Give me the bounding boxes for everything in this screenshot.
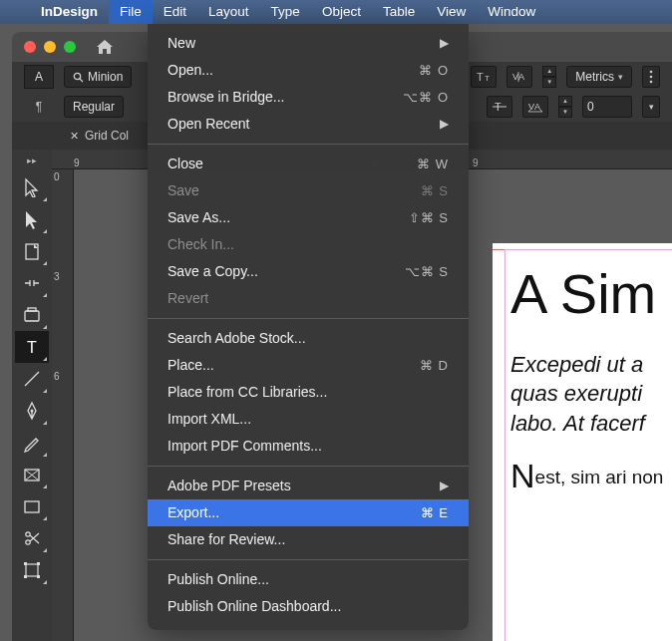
menubar-item-file[interactable]: File [109, 0, 153, 24]
svg-text:T: T [27, 339, 37, 356]
menu-item-save: Save⌘ S [148, 177, 469, 204]
scissors-tool-icon[interactable] [15, 522, 49, 554]
menu-item-label: Open Recent [168, 111, 440, 138]
svg-line-1 [80, 79, 83, 82]
tools-panel: ▸▸ T [12, 150, 52, 641]
document-tab[interactable]: ✕ Grid Col [70, 129, 129, 143]
menu-separator [148, 559, 469, 560]
menu-item-export[interactable]: Export...⌘ E [148, 499, 469, 526]
rectangle-frame-tool-icon[interactable] [15, 459, 49, 490]
svg-point-8 [650, 76, 653, 79]
font-style-value: Regular [73, 100, 115, 114]
menu-separator [148, 466, 469, 467]
menu-item-new[interactable]: New▶ [148, 30, 469, 57]
selection-tool-icon[interactable] [15, 171, 49, 203]
menu-item-place-from-cc-libraries[interactable]: Place from CC Libraries... [148, 379, 469, 406]
submenu-arrow-icon: ▶ [440, 30, 449, 57]
menubar-item-type[interactable]: Type [260, 0, 311, 24]
svg-text:T: T [485, 74, 490, 83]
dropdown-chevron-icon[interactable]: ▾ [642, 96, 660, 118]
window-zoom-button[interactable] [64, 41, 76, 53]
menu-item-import-pdf-comments[interactable]: Import PDF Comments... [148, 433, 469, 460]
menu-item-label: Save a Copy... [168, 258, 405, 285]
menu-item-label: Place from CC Libraries... [168, 379, 449, 406]
tracking-icon[interactable]: VA [522, 96, 548, 118]
font-family-dropdown[interactable]: Minion [64, 66, 132, 88]
menu-shortcut: ⌘ W [417, 151, 449, 177]
menu-item-label: New [168, 30, 440, 57]
ruler-mark: 0 [52, 169, 73, 269]
character-formatting-icon[interactable]: A [24, 65, 54, 89]
window-close-button[interactable] [24, 41, 36, 53]
vertical-ruler: 036 [52, 169, 74, 641]
menu-shortcut: ⌘ E [421, 499, 449, 526]
menu-item-place[interactable]: Place...⌘ D [148, 352, 469, 379]
menubar-item-window[interactable]: Window [477, 0, 546, 24]
paragraph-formatting-icon[interactable]: ¶ [24, 100, 54, 114]
direct-selection-tool-icon[interactable] [15, 203, 49, 235]
window-minimize-button[interactable] [44, 41, 56, 53]
close-icon[interactable]: ✕ [70, 130, 79, 143]
ruler-mark: 3 [52, 269, 73, 369]
menu-item-close[interactable]: Close⌘ W [148, 151, 469, 177]
menubar-app[interactable]: InDesign [30, 0, 109, 24]
svg-point-24 [26, 532, 30, 536]
pencil-tool-icon[interactable] [15, 427, 49, 459]
tracking-field[interactable]: 0 [582, 96, 632, 118]
menubar-item-layout[interactable]: Layout [197, 0, 260, 24]
type-tool-icon[interactable]: T [15, 331, 49, 363]
menu-item-share-for-review[interactable]: Share for Review... [148, 526, 469, 553]
menubar-item-object[interactable]: Object [311, 0, 372, 24]
menu-item-save-as[interactable]: Save As...⇧⌘ S [148, 204, 469, 231]
collapse-tools-icon[interactable]: ▸▸ [12, 156, 52, 171]
ruler-mark: 6 [52, 369, 73, 469]
svg-rect-28 [37, 562, 40, 565]
menu-shortcut: ⌥⌘ O [403, 84, 449, 111]
line-tool-icon[interactable] [15, 363, 49, 395]
menu-item-search-adobe-stock[interactable]: Search Adobe Stock... [148, 325, 469, 352]
menu-item-import-xml[interactable]: Import XML... [148, 406, 469, 433]
menu-item-save-a-copy[interactable]: Save a Copy...⌥⌘ S [148, 258, 469, 285]
menubar-item-edit[interactable]: Edit [153, 0, 197, 24]
menu-item-browse-in-bridge[interactable]: Browse in Bridge...⌥⌘ O [148, 84, 469, 111]
font-style-dropdown[interactable]: Regular [64, 96, 124, 118]
kerning-mode-value: Metrics [575, 70, 614, 84]
home-icon[interactable] [96, 39, 114, 55]
menu-separator [148, 318, 469, 319]
submenu-arrow-icon: ▶ [440, 473, 449, 499]
menu-shortcut: ⌘ O [419, 57, 449, 84]
menu-item-publish-online-dashboard[interactable]: Publish Online Dashboard... [148, 593, 469, 620]
svg-rect-30 [37, 575, 40, 578]
menu-item-adobe-pdf-presets[interactable]: Adobe PDF Presets▶ [148, 473, 469, 499]
more-icon[interactable] [642, 66, 660, 88]
pen-tool-icon[interactable] [15, 395, 49, 427]
menu-item-label: Browse in Bridge... [168, 84, 403, 111]
gap-tool-icon[interactable] [15, 267, 49, 299]
content-collector-tool-icon[interactable] [15, 299, 49, 331]
svg-rect-23 [25, 501, 39, 512]
menu-item-publish-online[interactable]: Publish Online... [148, 566, 469, 593]
menu-item-open-recent[interactable]: Open Recent▶ [148, 111, 469, 138]
svg-rect-15 [25, 311, 39, 321]
svg-rect-26 [26, 564, 38, 576]
macos-menubar: InDesign FileEditLayoutTypeObjectTableVi… [0, 0, 672, 24]
page-tool-icon[interactable] [15, 235, 49, 267]
menu-item-label: Place... [168, 352, 420, 379]
svg-text:A: A [534, 102, 540, 112]
file-menu-dropdown: New▶Open...⌘ OBrowse in Bridge...⌥⌘ OOpe… [148, 24, 469, 630]
menubar-item-table[interactable]: Table [372, 0, 426, 24]
kerning-icon[interactable]: VA [506, 66, 532, 88]
kerning-stepper[interactable]: ▲▼ [542, 66, 556, 88]
menu-item-label: Search Adobe Stock... [168, 325, 449, 352]
strikethrough-icon[interactable]: T [487, 96, 512, 118]
tt-caps-icon[interactable]: TT [471, 66, 497, 88]
menu-item-open[interactable]: Open...⌘ O [148, 57, 469, 84]
svg-text:T: T [477, 71, 484, 83]
svg-rect-27 [24, 562, 27, 565]
tracking-stepper[interactable]: ▲▼ [558, 96, 572, 118]
svg-rect-16 [28, 308, 36, 311]
free-transform-tool-icon[interactable] [15, 554, 49, 586]
rectangle-tool-icon[interactable] [15, 490, 49, 522]
menubar-item-view[interactable]: View [426, 0, 477, 24]
kerning-mode-dropdown[interactable]: Metrics ▾ [566, 66, 632, 88]
